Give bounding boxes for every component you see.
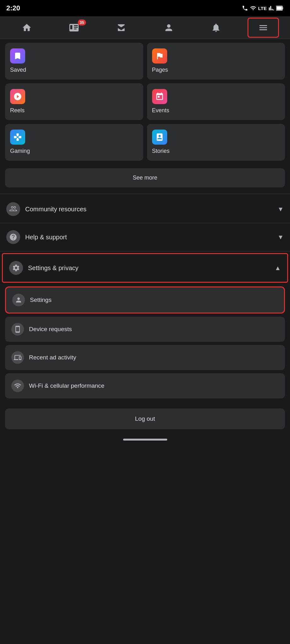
recent-ad-icon — [11, 351, 24, 364]
nav-menu[interactable] — [247, 18, 279, 38]
settings-sub-items: Settings Device requests Recent ad activ… — [0, 283, 290, 405]
grid-row-2: Reels Events — [5, 83, 285, 120]
divider-1 — [0, 194, 290, 194]
grid-item-reels[interactable]: Reels — [5, 83, 143, 120]
home-indicator — [0, 436, 290, 445]
saved-icon — [10, 48, 25, 64]
reels-icon — [10, 89, 25, 104]
help-chevron: ▼ — [277, 234, 284, 241]
stories-label: Stories — [152, 148, 170, 154]
phone-icon — [242, 5, 248, 11]
wifi-cellular-item[interactable]: Wi-Fi & cellular performance — [5, 373, 285, 398]
home-icon — [22, 23, 32, 33]
home-bar — [123, 439, 167, 441]
saved-icon-wrapper — [10, 48, 25, 64]
community-icon — [6, 202, 20, 216]
settings-item-icon — [12, 294, 25, 306]
settings-privacy-chevron: ▲ — [275, 264, 281, 272]
stories-icon-wrapper — [152, 130, 167, 145]
settings-privacy-label: Settings & privacy — [28, 264, 275, 272]
main-content: Saved Pages — [0, 39, 290, 436]
status-icons: LTE — [242, 5, 284, 11]
grid-item-pages[interactable]: Pages — [147, 43, 285, 80]
settings-privacy-section: Settings & privacy ▲ — [2, 253, 288, 283]
see-more-button[interactable]: See more — [5, 168, 285, 187]
feed-icon — [69, 23, 79, 33]
community-chevron: ▼ — [277, 206, 284, 213]
gaming-label: Gaming — [10, 148, 30, 154]
logout-button[interactable]: Log out — [5, 408, 285, 429]
nav-marketplace[interactable] — [105, 18, 137, 38]
help-label: Help & support — [25, 234, 277, 241]
profile-icon — [164, 23, 174, 33]
grid-item-events[interactable]: Events — [147, 83, 285, 120]
lte-indicator: LTE — [258, 6, 267, 11]
settings-item-label: Settings — [30, 297, 52, 303]
grid-row-1: Saved Pages — [5, 43, 285, 80]
pages-icon-wrapper — [152, 48, 167, 64]
pages-label: Pages — [152, 67, 168, 73]
wifi-cellular-icon — [11, 380, 24, 392]
nav-bar: 35 — [0, 16, 290, 39]
signal-icon — [269, 5, 274, 11]
saved-label: Saved — [10, 67, 26, 73]
community-resources-row[interactable]: Community resources ▼ — [0, 195, 290, 223]
grid-row-3: Gaming Stories — [5, 124, 285, 161]
stories-icon — [152, 130, 167, 145]
pages-icon — [152, 48, 167, 64]
events-icon-wrapper — [152, 89, 167, 104]
gaming-icon-wrapper — [10, 130, 25, 145]
svg-rect-2 — [277, 7, 282, 10]
device-requests-item[interactable]: Device requests — [5, 317, 285, 342]
battery-icon — [276, 5, 284, 11]
wifi-icon — [250, 5, 256, 11]
help-icon — [6, 230, 20, 244]
svg-rect-1 — [282, 7, 283, 9]
events-label: Events — [152, 107, 169, 114]
nav-profile[interactable] — [153, 18, 185, 38]
gaming-icon — [10, 130, 25, 145]
events-icon — [152, 89, 167, 104]
settings-item[interactable]: Settings — [5, 286, 285, 314]
community-label: Community resources — [25, 206, 277, 213]
status-time: 2:20 — [6, 4, 20, 12]
reels-icon-wrapper — [10, 89, 25, 104]
nav-feed[interactable]: 35 — [58, 18, 90, 38]
grid-item-gaming[interactable]: Gaming — [5, 124, 143, 161]
menu-icon — [258, 23, 268, 33]
device-requests-icon — [11, 323, 24, 336]
status-bar: 2:20 LTE — [0, 0, 290, 16]
wifi-cellular-label: Wi-Fi & cellular performance — [29, 382, 105, 389]
recent-ad-label: Recent ad activity — [29, 354, 76, 361]
reels-label: Reels — [10, 107, 25, 114]
grid-item-saved[interactable]: Saved — [5, 43, 143, 80]
grid-section: Saved Pages — [0, 39, 290, 168]
notifications-icon — [211, 23, 221, 33]
settings-icon — [9, 261, 23, 275]
marketplace-icon — [116, 23, 126, 33]
device-requests-label: Device requests — [29, 326, 72, 333]
nav-notifications[interactable] — [200, 18, 232, 38]
help-support-row[interactable]: Help & support ▼ — [0, 223, 290, 251]
settings-privacy-row[interactable]: Settings & privacy ▲ — [3, 254, 287, 282]
feed-badge: 35 — [78, 19, 86, 25]
recent-ad-activity-item[interactable]: Recent ad activity — [5, 345, 285, 370]
nav-home[interactable] — [11, 18, 43, 38]
grid-item-stories[interactable]: Stories — [147, 124, 285, 161]
